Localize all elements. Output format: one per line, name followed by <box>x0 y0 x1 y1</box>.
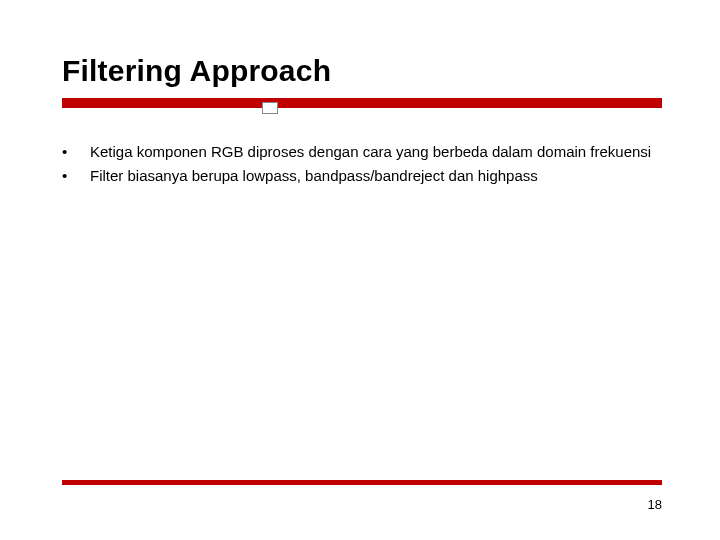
bullet-icon: • <box>62 166 90 186</box>
content-area: • Ketiga komponen RGB diproses dengan ca… <box>62 142 662 189</box>
slide: Filtering Approach • Ketiga komponen RGB… <box>0 0 720 540</box>
bullet-text: Ketiga komponen RGB diproses dengan cara… <box>90 142 662 162</box>
title-underline-notch <box>262 102 278 114</box>
bullet-text: Filter biasanya berupa lowpass, bandpass… <box>90 166 662 186</box>
title-underline <box>62 98 662 108</box>
footer-rule <box>62 480 662 485</box>
list-item: • Filter biasanya berupa lowpass, bandpa… <box>62 166 662 186</box>
page-number: 18 <box>648 497 662 512</box>
list-item: • Ketiga komponen RGB diproses dengan ca… <box>62 142 662 162</box>
bullet-icon: • <box>62 142 90 162</box>
slide-title: Filtering Approach <box>62 54 331 88</box>
